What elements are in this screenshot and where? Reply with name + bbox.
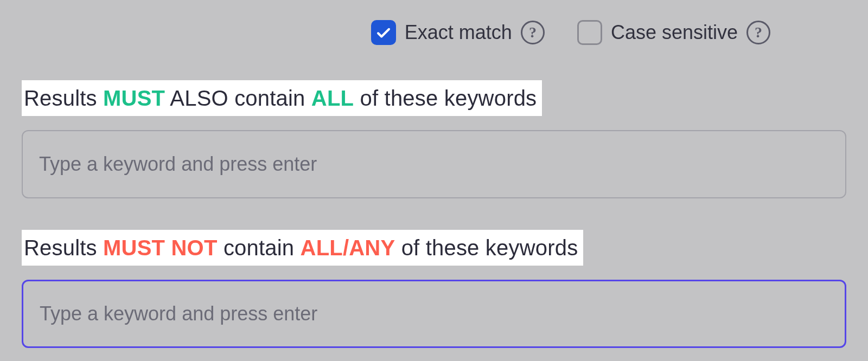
heading-text: Results: [24, 86, 103, 110]
heading-text: ALSO contain: [165, 86, 311, 110]
must-contain-heading: Results MUST ALSO contain ALL of these k…: [22, 80, 542, 116]
case-sensitive-option: Case sensitive ?: [577, 20, 770, 45]
heading-emphasis-must: MUST: [103, 86, 165, 110]
heading-text: contain: [218, 236, 301, 260]
must-contain-input-box[interactable]: [22, 130, 846, 198]
case-sensitive-checkbox[interactable]: [577, 20, 602, 45]
heading-emphasis-all-any: ALL/ANY: [301, 236, 395, 260]
case-sensitive-label: Case sensitive: [611, 21, 738, 44]
must-not-contain-input[interactable]: [40, 302, 828, 325]
must-not-contain-heading: Results MUST NOT contain ALL/ANY of thes…: [22, 230, 583, 266]
heading-text: Results: [24, 236, 103, 260]
must-contain-section: Results MUST ALSO contain ALL of these k…: [22, 80, 846, 198]
must-not-contain-section: Results MUST NOT contain ALL/ANY of thes…: [22, 230, 846, 348]
heading-emphasis-all: ALL: [311, 86, 354, 110]
exact-match-help-icon[interactable]: ?: [521, 21, 545, 44]
checkmark-icon: [375, 24, 392, 41]
must-not-contain-input-box[interactable]: [22, 280, 846, 348]
heading-text: of these keywords: [354, 86, 537, 110]
exact-match-checkbox[interactable]: [371, 20, 396, 45]
exact-match-label: Exact match: [405, 21, 512, 44]
must-contain-input[interactable]: [39, 153, 829, 176]
exact-match-option: Exact match ?: [371, 20, 545, 45]
match-options-row: Exact match ? Case sensitive ?: [22, 16, 846, 49]
heading-emphasis-must-not: MUST NOT: [103, 236, 217, 260]
case-sensitive-help-icon[interactable]: ?: [746, 21, 770, 44]
keyword-filter-panel: Exact match ? Case sensitive ? Results M…: [0, 0, 868, 361]
heading-text: of these keywords: [395, 236, 578, 260]
